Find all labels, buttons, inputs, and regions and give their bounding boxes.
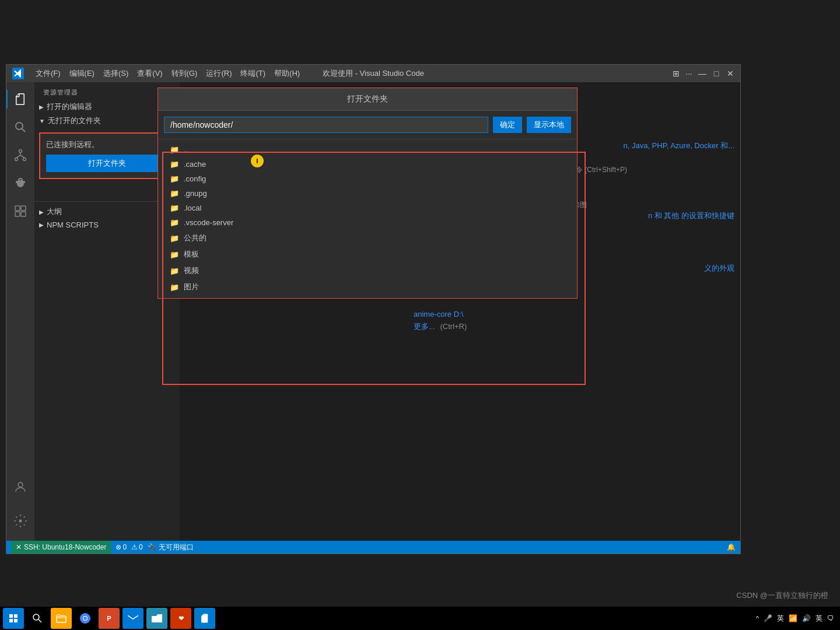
activity-explorer-icon[interactable] — [6, 85, 34, 113]
file-explorer-taskbar[interactable] — [51, 608, 72, 629]
menu-goto[interactable]: 转到(G) — [172, 68, 198, 79]
file-item-local[interactable]: 📁 .local — [158, 201, 577, 215]
menu-file[interactable]: 文件(F) — [36, 68, 61, 79]
window-title: 欢迎使用 - Visual Studio Code — [323, 68, 424, 79]
folder-icon-videos: 📁 — [170, 267, 179, 275]
file-item-templates[interactable]: 📁 模板 — [158, 246, 577, 262]
menu-edit[interactable]: 编辑(E) — [69, 68, 94, 79]
file-item-config[interactable]: 📁 .config — [158, 172, 577, 186]
svg-line-17 — [38, 620, 41, 622]
search-taskbar-button[interactable] — [27, 608, 48, 629]
file-item-public[interactable]: 📁 公共的 — [158, 230, 577, 246]
remote-connected-box: 已连接到远程。 打开文件夹 — [39, 132, 175, 179]
svg-rect-7 — [21, 206, 26, 211]
taskbar-input-icon[interactable]: 英 — [777, 614, 784, 624]
outline-label: 大纲 — [47, 206, 62, 217]
file-item-pictures-label: 图片 — [184, 282, 199, 292]
activity-bar — [6, 82, 34, 541]
maximize-button[interactable]: □ — [712, 69, 720, 78]
activity-git-icon[interactable] — [6, 141, 34, 169]
show-local-button[interactable]: 显示本地 — [527, 117, 571, 133]
folder-icon-gnupg: 📁 — [170, 189, 179, 198]
remote-connected-text: 已连接到远程。 — [46, 139, 168, 150]
svg-rect-19 — [57, 615, 61, 617]
svg-rect-14 — [9, 619, 13, 622]
taskbar-right: ^ 🎤 英 📶 🔊 英 🗨 — [756, 614, 837, 624]
file-item-label: .. — [184, 145, 188, 154]
start-button[interactable] — [3, 608, 24, 629]
more-link[interactable]: 更多... (Ctrl+R) — [414, 321, 467, 332]
file-item-gnupg[interactable]: 📁 .gnupg — [158, 186, 577, 201]
activity-debug-icon[interactable] — [6, 169, 34, 197]
taskbar-left: P ❤ — [3, 608, 215, 629]
file-item-cache[interactable]: 📁 .cache — [158, 157, 577, 172]
ssh-label: SSH: Ubuntu18-Nowcoder — [24, 543, 106, 551]
menu-help[interactable]: 帮助(H) — [274, 68, 300, 79]
ppt-taskbar[interactable]: P — [99, 608, 120, 629]
ssh-status[interactable]: ✕ SSH: Ubuntu18-Nowcoder — [11, 541, 111, 554]
svg-rect-13 — [14, 614, 18, 618]
no-folder-label: 无打开的文件夹 — [48, 116, 101, 126]
open-folder-dialog: 打开文件夹 确定 显示本地 📁 .. 📁 .cache 📁 .config 📁 … — [158, 88, 578, 299]
svg-rect-24 — [152, 616, 162, 622]
close-button[interactable]: ✕ — [726, 69, 734, 78]
folder-taskbar[interactable] — [146, 608, 167, 629]
activity-settings-icon[interactable] — [6, 507, 34, 535]
more-shortcut: (Ctrl+R) — [440, 322, 467, 331]
notification-icon[interactable]: 🔔 — [727, 543, 736, 551]
open-editors-label: 打开的编辑器 — [47, 102, 92, 112]
file-item-pictures[interactable]: 📁 图片 — [158, 279, 577, 295]
svg-point-10 — [18, 482, 23, 487]
file-item-parent[interactable]: 📁 .. — [158, 142, 577, 157]
blue-text-content-2: n 和 其他 的设置和快捷键 — [648, 211, 734, 220]
folder-icon-config: 📁 — [170, 174, 179, 183]
error-count: ⊗0 — [116, 543, 127, 551]
vscode-taskbar[interactable] — [194, 608, 215, 629]
svg-rect-12 — [9, 614, 13, 618]
file-item-videos[interactable]: 📁 视频 — [158, 262, 577, 279]
folder-icon-public: 📁 — [170, 234, 179, 243]
app1-taskbar[interactable]: ❤ — [170, 608, 191, 629]
svg-rect-6 — [15, 206, 20, 211]
taskbar-volume-icon[interactable]: 🔊 — [802, 614, 811, 622]
warning-count: ⚠0 — [131, 543, 143, 551]
dialog-title: 打开文件夹 — [158, 88, 577, 111]
npm-scripts-label: NPM SCRIPTS — [47, 220, 99, 229]
file-item-cache-label: .cache — [184, 160, 206, 169]
ellipsis-icon[interactable]: ··· — [685, 69, 692, 78]
mail-taskbar[interactable] — [123, 608, 144, 629]
file-item-config-label: .config — [184, 174, 206, 183]
confirm-button[interactable]: 确定 — [493, 117, 522, 133]
activity-search-icon[interactable] — [6, 113, 34, 141]
blue-text-content-1: n, Java, PHP, Azure, Docker 和... — [623, 141, 734, 150]
taskbar-wifi-icon[interactable]: 📶 — [789, 614, 797, 622]
status-bar-right: 🔔 — [727, 543, 736, 551]
no-terminal-label: 🔌无可用端口 — [148, 542, 194, 552]
chevron-right-outline-icon: ▶ — [39, 209, 44, 215]
activity-account-icon[interactable] — [6, 473, 34, 501]
svg-point-22 — [83, 617, 87, 620]
file-item-local-label: .local — [184, 204, 201, 212]
chrome-taskbar[interactable] — [75, 608, 96, 629]
folder-icon-local: 📁 — [170, 204, 179, 212]
file-item-vscode-server[interactable]: 📁 .vscode-server — [158, 215, 577, 230]
activity-extensions-icon[interactable] — [6, 197, 34, 225]
taskbar-arrow-up[interactable]: ^ — [756, 615, 759, 622]
chevron-down-icon: ▼ — [39, 118, 45, 124]
folder-icon-templates: 📁 — [170, 250, 179, 259]
minimize-button[interactable]: — — [698, 69, 706, 78]
anime-core-link[interactable]: anime-core D:\ — [414, 310, 467, 318]
svg-rect-18 — [57, 616, 66, 622]
open-folder-sidebar-button[interactable]: 打开文件夹 — [46, 155, 168, 172]
path-input[interactable] — [164, 117, 488, 133]
menu-select[interactable]: 选择(S) — [103, 68, 128, 79]
taskbar-mic-icon[interactable]: 🎤 — [764, 614, 772, 622]
menu-run[interactable]: 运行(R) — [206, 68, 232, 79]
menu-view[interactable]: 查看(V) — [137, 68, 162, 79]
watermark: CSDN @一直特立独行的橙 — [736, 590, 828, 601]
folder-icon-vscode-server: 📁 — [170, 218, 179, 227]
ssh-icon: ✕ — [16, 543, 22, 551]
menu-terminal[interactable]: 终端(T) — [240, 68, 265, 79]
taskbar-notification-icon[interactable]: 🗨 — [827, 614, 834, 622]
layout-icon[interactable]: ⊞ — [673, 69, 680, 78]
